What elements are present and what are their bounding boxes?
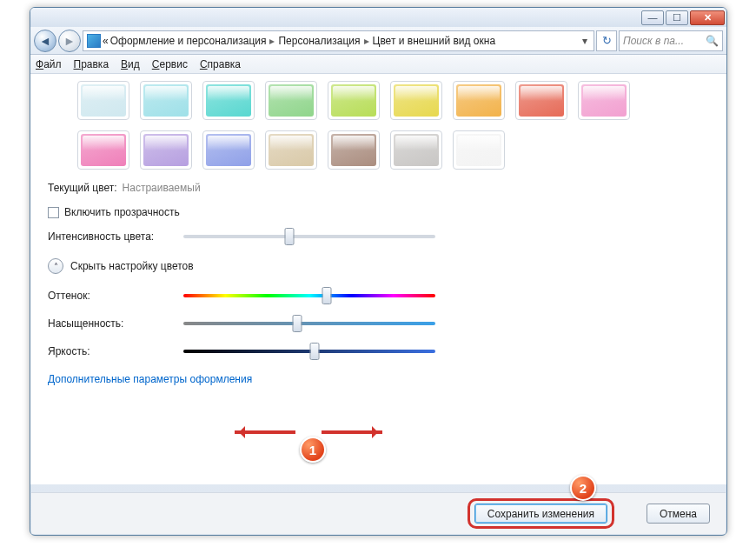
color-swatch[interactable] [390,81,442,120]
current-color-label: Текущий цвет: [48,182,117,194]
color-swatch[interactable] [265,130,317,170]
color-swatch[interactable] [77,130,129,170]
color-swatch[interactable] [328,130,380,170]
close-button[interactable]: ✕ [690,10,725,25]
toggle-label[interactable]: Скрыть настройку цветов [70,260,194,272]
intensity-slider[interactable] [183,235,435,238]
transparency-checkbox[interactable] [48,207,59,218]
transparency-label: Включить прозрачность [64,206,180,218]
chevron-right-icon: ▸ [268,35,276,47]
color-swatch[interactable] [453,81,505,120]
color-swatch[interactable] [328,81,380,120]
search-placeholder: Поиск в па... [623,35,684,47]
intensity-label: Интенсивность цвета: [48,230,178,243]
color-swatch[interactable] [578,81,630,120]
saturation-slider[interactable] [183,322,435,325]
advanced-appearance-link[interactable]: Дополнительные параметры оформления [48,373,252,385]
menu-edit[interactable]: Правка [74,58,109,70]
save-button[interactable]: Сохранить изменения [474,504,607,524]
hue-label: Оттенок: [48,290,178,302]
callout-badge-2: 2 [570,475,596,501]
collapse-toggle[interactable]: ˄ [48,258,63,274]
breadcrumb-item[interactable]: Персонализация [278,35,360,47]
color-swatch[interactable] [453,130,505,170]
cancel-button[interactable]: Отмена [647,504,710,524]
color-swatch-grid [77,81,668,170]
color-swatch[interactable] [390,130,442,170]
breadcrumb-item[interactable]: Оформление и персонализация [110,35,267,47]
back-button[interactable]: ◄ [34,30,56,52]
color-swatch[interactable] [140,81,192,120]
brightness-slider[interactable] [183,350,435,353]
color-swatch[interactable] [515,81,567,120]
color-swatch[interactable] [265,81,317,120]
arrow-right-icon [322,430,382,434]
navbar: ◄ ► « Оформление и персонализация ▸ Перс… [30,27,726,55]
callout-badge-1: 1 [300,437,326,463]
menu-help[interactable]: Справка [200,58,241,70]
menubar: Файл Правка Вид Сервис Справка [30,55,726,74]
breadcrumb-item[interactable]: Цвет и внешний вид окна [373,35,496,47]
menu-service[interactable]: Сервис [152,58,188,70]
search-input[interactable]: Поиск в па... 🔍 [619,30,723,51]
content-area: Текущий цвет: Настраиваемый Включить про… [30,74,726,484]
color-swatch[interactable] [140,130,192,170]
color-swatch[interactable] [202,130,255,170]
minimize-button[interactable]: ― [641,10,664,25]
current-color-value: Настраиваемый [123,182,201,194]
color-swatch[interactable] [77,81,129,120]
titlebar: ― ☐ ✕ [30,8,726,27]
breadcrumb-dropdown-icon[interactable]: ▾ [580,35,590,47]
menu-file[interactable]: Файл [36,58,62,70]
forward-button[interactable]: ► [58,30,81,52]
saturation-label: Насыщенность: [48,317,178,330]
brightness-label: Яркость: [48,345,178,357]
footer: Сохранить изменения Отмена [31,492,726,534]
chevron-right-icon: ▸ [362,35,371,47]
callout-highlight: Сохранить изменения [468,498,614,529]
window-frame: ― ☐ ✕ ◄ ► « Оформление и персонализация … [30,7,727,536]
arrow-left-icon [235,430,295,434]
refresh-button[interactable]: ↻ [596,30,617,51]
color-swatch[interactable] [202,81,255,120]
maximize-button[interactable]: ☐ [666,10,688,25]
control-panel-icon [87,34,101,48]
breadcrumb[interactable]: « Оформление и персонализация ▸ Персонал… [83,30,594,51]
search-icon[interactable]: 🔍 [706,35,719,47]
menu-view[interactable]: Вид [121,58,140,70]
hue-slider[interactable] [183,294,435,297]
breadcrumb-prefix: « [103,35,109,47]
